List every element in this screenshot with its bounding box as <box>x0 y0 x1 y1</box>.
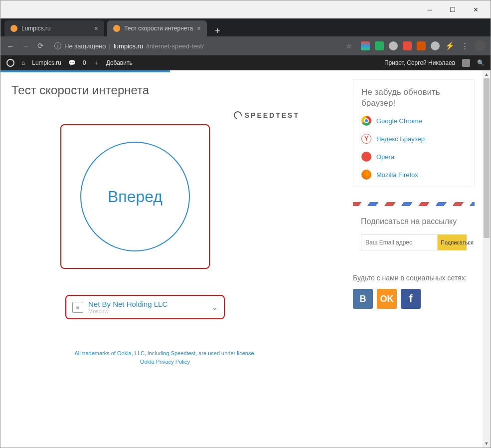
plus-icon: ＋ <box>93 59 99 67</box>
address-bar: ← → ⟳ i Не защищено | lumpics.ru/interne… <box>0 36 491 55</box>
go-label: Вперед <box>108 188 163 206</box>
wp-greeting[interactable]: Привет, Сергей Николаев <box>384 59 455 66</box>
extension-icon[interactable]: ⚡ <box>445 41 455 50</box>
menu-button[interactable]: ⋮ <box>460 41 470 50</box>
scrollbar[interactable]: ▲ ▼ <box>483 70 491 448</box>
wp-add-new[interactable]: Добавить <box>106 59 133 66</box>
favicon-icon <box>10 25 17 32</box>
page-title: Тест скорости интернета <box>11 83 343 97</box>
tab-lumpics[interactable]: Lumpics.ru × <box>4 20 104 36</box>
main-content: Тест скорости интернета SPEEDTEST Вперед… <box>0 70 353 448</box>
firefox-icon <box>361 170 371 180</box>
new-tab-button[interactable]: + <box>210 26 225 36</box>
wp-site-name[interactable]: Lumpics.ru <box>32 59 61 66</box>
extension-icon[interactable] <box>361 41 370 50</box>
server-selector[interactable]: ≡ Net By Net Holding LLC Moscow ⌄ <box>65 295 225 319</box>
server-icon: ≡ <box>72 302 83 313</box>
extension-icon[interactable] <box>375 41 384 50</box>
browser-link-firefox[interactable]: Mozilla Firefox <box>361 170 466 180</box>
subscribe-button[interactable]: Подписаться <box>438 234 467 250</box>
privacy-link[interactable]: Ookla Privacy Policy <box>25 358 305 366</box>
email-input[interactable] <box>361 234 438 250</box>
bookmark-star-icon[interactable]: ☆ <box>346 42 352 50</box>
facebook-icon[interactable]: f <box>401 289 421 309</box>
gauge-icon <box>232 110 243 121</box>
close-tab-icon[interactable]: × <box>94 24 98 32</box>
yandex-icon <box>361 134 371 144</box>
extension-icon[interactable] <box>431 41 440 50</box>
sidebar: Не забудь обновить браузер! Google Chrom… <box>353 70 483 448</box>
url-path: /internet-speed-test/ <box>146 42 204 50</box>
close-window-button[interactable]: ✕ <box>470 3 482 15</box>
forward-button[interactable]: → <box>20 42 30 50</box>
tab-title: Lumpics.ru <box>21 25 90 32</box>
vk-icon[interactable]: B <box>353 289 373 309</box>
scroll-track[interactable] <box>483 78 491 440</box>
url-host: lumpics.ru <box>114 42 143 50</box>
minimize-button[interactable]: ─ <box>424 3 436 15</box>
site-info-icon[interactable]: i <box>54 42 61 49</box>
social-widget: Будьте с нами в социальных сетях: B OK f <box>353 273 475 309</box>
airmail-stripe <box>353 202 475 206</box>
url-field[interactable]: i Не защищено | lumpics.ru/internet-spee… <box>50 40 356 52</box>
browser-link-opera[interactable]: Opera <box>361 152 466 162</box>
user-avatar-icon[interactable] <box>462 59 470 67</box>
security-label: Не защищено <box>64 42 106 50</box>
chrome-icon <box>361 116 371 126</box>
comment-icon[interactable]: 💬 <box>68 59 76 66</box>
tab-speedtest[interactable]: Тест скорости интернета × <box>107 20 207 36</box>
speedtest-brand: SPEEDTEST <box>15 111 300 119</box>
close-tab-icon[interactable]: × <box>197 24 201 32</box>
profile-avatar[interactable] <box>475 40 486 51</box>
chevron-down-icon: ⌄ <box>212 303 218 311</box>
opera-icon <box>361 152 371 162</box>
scroll-down-button[interactable]: ▼ <box>483 440 491 448</box>
wp-comment-count: 0 <box>83 59 86 66</box>
extension-icons: ⚡ ⋮ <box>361 40 486 51</box>
subscribe-widget: Подписаться на рассылку Подписаться <box>353 202 475 258</box>
back-button[interactable]: ← <box>5 42 15 50</box>
server-name: Net By Net Holding LLC <box>88 300 207 308</box>
search-icon[interactable]: 🔍 <box>477 59 485 66</box>
widget-title: Не забудь обновить браузер! <box>361 87 466 109</box>
maximize-button[interactable]: ☐ <box>447 3 459 15</box>
reload-button[interactable]: ⟳ <box>35 41 45 50</box>
browser-link-yandex[interactable]: Яндекс Браузер <box>361 134 466 144</box>
go-button-annotation: Вперед <box>60 124 210 269</box>
window-titlebar: ─ ☐ ✕ <box>0 0 491 18</box>
browser-link-chrome[interactable]: Google Chrome <box>361 116 466 126</box>
accent-bar <box>0 70 170 72</box>
ok-icon[interactable]: OK <box>377 289 397 309</box>
scroll-thumb[interactable] <box>484 78 490 238</box>
extension-icon[interactable] <box>389 41 398 50</box>
trademark-notice: All trademarks of Ookla, LLC, including … <box>25 349 305 366</box>
browser-update-widget: Не забудь обновить браузер! Google Chrom… <box>353 79 475 187</box>
social-title: Будьте с нами в социальных сетях: <box>353 273 475 283</box>
extension-icon[interactable] <box>403 41 412 50</box>
tab-strip: Lumpics.ru × Тест скорости интернета × + <box>0 18 491 36</box>
wp-admin-bar: ⌂ Lumpics.ru 💬 0 ＋ Добавить Привет, Серг… <box>0 55 491 70</box>
scroll-up-button[interactable]: ▲ <box>483 70 491 78</box>
subscribe-title: Подписаться на рассылку <box>361 216 467 227</box>
extension-icon[interactable] <box>417 41 426 50</box>
wordpress-icon[interactable] <box>6 59 14 67</box>
server-city: Moscow <box>88 308 207 314</box>
go-button[interactable]: Вперед <box>80 142 190 251</box>
wp-home-icon: ⌂ <box>21 59 25 66</box>
tab-title: Тест скорости интернета <box>124 25 193 32</box>
favicon-icon <box>113 25 120 32</box>
